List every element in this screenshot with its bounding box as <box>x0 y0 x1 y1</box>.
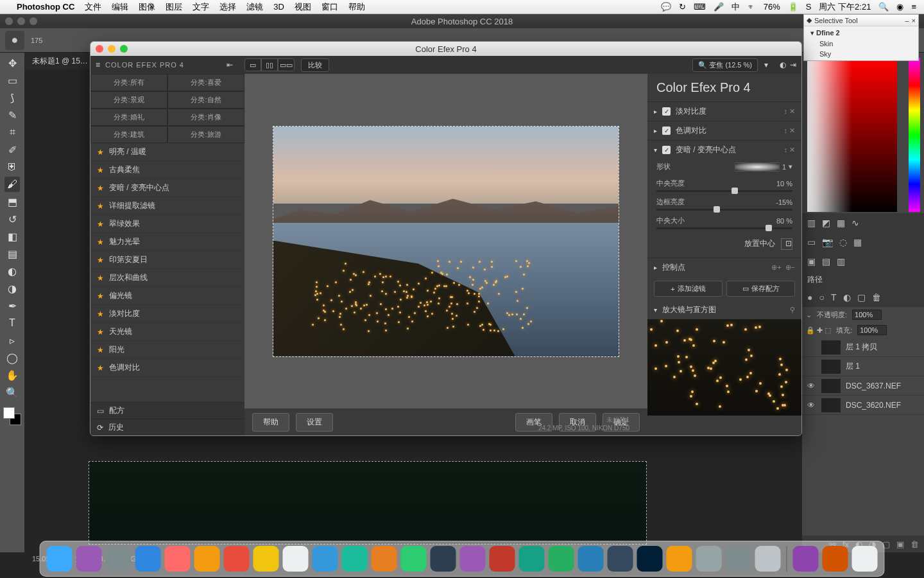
category[interactable]: 分类:景观 <box>90 91 167 109</box>
menu-icon[interactable]: ≡ <box>96 60 100 69</box>
path-select-tool[interactable]: ▹ <box>4 333 20 348</box>
dodge-tool[interactable]: ◑ <box>4 281 20 296</box>
bg-icon[interactable]: ◐ <box>780 60 786 69</box>
filter-list[interactable]: ★明亮 / 温暖★古典柔焦★变暗 / 变亮中心点★详细提取滤镜★翠绿效果★魅力光… <box>90 143 244 402</box>
eraser-tool[interactable]: ◧ <box>4 229 20 244</box>
menu-layer[interactable]: 图层 <box>166 1 182 13</box>
cep-titlebar[interactable]: Color Efex Pro 4 <box>90 42 801 56</box>
paths-tab[interactable]: 路径 <box>802 271 924 288</box>
menu-3d[interactable]: 3D <box>273 2 284 12</box>
shape-tool[interactable]: ◯ <box>4 350 20 365</box>
category[interactable]: 分类:喜爱 <box>167 74 244 91</box>
layer-row[interactable]: 👁DSC_3637.NEF <box>802 376 924 396</box>
category[interactable]: 分类:建筑 <box>90 126 167 143</box>
circle-icon[interactable]: ◌ <box>839 237 847 247</box>
collapse-icon[interactable]: ⇤ <box>227 60 233 69</box>
hist-icon[interactable]: ▥ <box>807 218 816 228</box>
control-points-header[interactable]: ▸ 控制点 ⊕+ ⊕− <box>647 258 801 277</box>
trash-path-icon[interactable]: 🗑 <box>872 292 881 302</box>
category[interactable]: 分类:旅游 <box>167 126 244 143</box>
dock-app[interactable] <box>667 546 692 572</box>
dock-app[interactable] <box>135 546 161 572</box>
history-tab[interactable]: ⟳ 历史 <box>90 419 244 435</box>
dock-app[interactable] <box>106 546 132 572</box>
app-name[interactable]: Photoshop CC <box>17 2 74 12</box>
star-icon[interactable]: ★ <box>97 363 104 372</box>
menu-file[interactable]: 文件 <box>85 1 101 13</box>
marquee-tool[interactable]: ▭ <box>4 73 20 88</box>
filter-item[interactable]: ★偏光镜 <box>90 287 244 305</box>
stamp-tool[interactable]: ⬒ <box>4 194 20 209</box>
camera-icon[interactable]: 📷 <box>822 237 833 247</box>
filter-item[interactable]: ★天光镜 <box>90 323 244 341</box>
dock-app[interactable] <box>165 546 191 572</box>
dock-app[interactable] <box>342 546 368 572</box>
audio-icon[interactable]: 🎤 <box>714 2 724 12</box>
visibility-icon[interactable]: 👁 <box>806 381 816 390</box>
add-plus-cp-icon[interactable]: ⊕+ <box>771 263 781 272</box>
new-layer-icon[interactable]: ▣ <box>896 539 904 549</box>
selective-tool-titlebar[interactable]: ◆ Selective Tool – × <box>804 15 918 26</box>
dock-app[interactable] <box>793 546 819 572</box>
filter-item[interactable]: ★阳光 <box>90 341 244 359</box>
star-icon[interactable]: ★ <box>97 238 104 247</box>
add-minus-cp-icon[interactable]: ⊕− <box>785 263 795 272</box>
star-icon[interactable]: ★ <box>97 256 104 265</box>
new-path-icon[interactable]: ▢ <box>857 292 866 302</box>
star-icon[interactable]: ★ <box>97 274 104 283</box>
filter-item[interactable]: ★魅力光晕 <box>90 233 244 251</box>
wechat-icon[interactable]: 💬 <box>661 2 671 12</box>
section-tools[interactable]: ↕ ✕ <box>783 107 795 116</box>
compare-button[interactable]: 比较 <box>301 58 329 72</box>
grid-icon[interactable]: ▦ <box>853 237 862 247</box>
status-icon[interactable]: S <box>806 2 812 12</box>
checkbox[interactable]: ✓ <box>662 146 671 154</box>
section-tools[interactable]: ↕ ✕ <box>783 127 795 135</box>
notifications-icon[interactable]: ≡ <box>911 2 916 12</box>
dock-app[interactable] <box>755 546 781 572</box>
dock-app[interactable] <box>823 546 848 572</box>
layer-row[interactable]: 层 1 <box>802 357 924 376</box>
gradient-tool[interactable]: ▤ <box>4 246 20 261</box>
menu-window[interactable]: 窗口 <box>321 1 338 13</box>
trash-icon[interactable]: 🗑 <box>911 539 919 549</box>
dock-app[interactable] <box>696 546 722 572</box>
place-center-button[interactable]: ⊡ <box>781 238 792 250</box>
opacity-input[interactable] <box>852 310 882 320</box>
folder-icon[interactable]: ▭ <box>807 237 816 247</box>
selective-item[interactable]: Skin <box>807 39 916 49</box>
dock-app[interactable] <box>608 546 633 572</box>
filter-item[interactable]: ★翠绿效果 <box>90 215 244 233</box>
dock-app[interactable] <box>47 546 73 572</box>
keyboard-icon[interactable]: ⌨ <box>694 2 706 12</box>
mask3-icon[interactable]: ▥ <box>837 256 845 267</box>
cep-traffic-lights[interactable] <box>96 45 128 53</box>
zoom-arrow-icon[interactable]: ▾ <box>764 60 768 69</box>
menu-image[interactable]: 图像 <box>139 1 155 13</box>
dock-app[interactable] <box>283 546 309 572</box>
star-icon[interactable]: ★ <box>97 346 104 355</box>
mask-path-icon[interactable]: ◐ <box>843 292 851 302</box>
layer-row[interactable]: 层 1 拷贝 <box>802 338 924 357</box>
filter-item[interactable]: ★详细提取滤镜 <box>90 197 244 215</box>
star-icon[interactable]: ★ <box>97 166 104 175</box>
section-header[interactable]: ▸ ✓ 色调对比 ↕ ✕ <box>647 121 801 140</box>
star-icon[interactable]: ★ <box>97 292 104 301</box>
ps-traffic-lights[interactable] <box>5 17 37 25</box>
save-recipe-button[interactable]: ▭ 保存配方 <box>726 281 795 297</box>
dfine-header[interactable]: ▾ Dfine 2 <box>807 28 916 39</box>
dock-app[interactable] <box>194 546 220 572</box>
layer-row[interactable]: 👁DSC_3620.NEF <box>802 396 924 415</box>
loupe-header[interactable]: ▾ 放大镜与直方图 ⚲ <box>647 301 801 319</box>
battery-icon[interactable]: 🔋 <box>788 2 798 12</box>
help-button[interactable]: 帮助 <box>252 413 289 432</box>
lock-icons[interactable]: 🔒 ✚ ⬚ <box>806 326 831 335</box>
spotlight-icon[interactable]: 🔍 <box>878 2 889 12</box>
category[interactable]: 分类:所有 <box>90 74 167 91</box>
dock-app[interactable] <box>852 546 878 572</box>
chevron-down-icon[interactable]: ⌄ <box>806 311 812 319</box>
filter-item[interactable]: ★古典柔焦 <box>90 161 244 179</box>
color-panel[interactable] <box>802 53 924 213</box>
minimize-icon[interactable]: – <box>905 17 909 24</box>
history-brush-tool[interactable]: ↺ <box>4 211 20 227</box>
